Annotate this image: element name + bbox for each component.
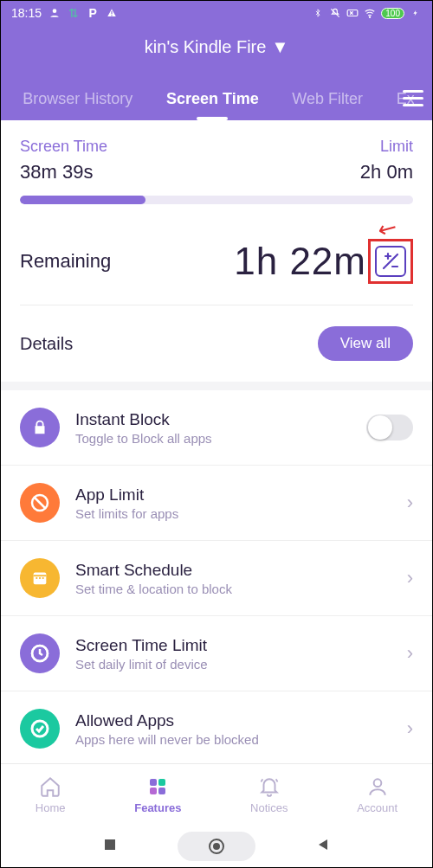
- tab-screen-time[interactable]: Screen Time: [163, 81, 262, 120]
- clock-icon: [20, 633, 60, 673]
- nav-notices[interactable]: Notices: [250, 775, 288, 814]
- usage-progress-fill: [20, 196, 145, 204]
- details-label: Details: [20, 334, 73, 354]
- list-item-smart-schedule[interactable]: Smart Schedule Set time & location to bl…: [1, 541, 432, 616]
- chevron-right-icon: ›: [407, 642, 413, 665]
- charging-icon: [410, 7, 422, 19]
- svg-rect-13: [150, 788, 157, 794]
- used-value: 38m 39s: [20, 161, 107, 183]
- no-entry-icon: [20, 483, 60, 523]
- item-title: Screen Time Limit: [75, 636, 391, 655]
- item-subtitle: Set limits for apps: [75, 506, 391, 521]
- sys-home-button[interactable]: [178, 832, 255, 861]
- device-name: kin's Kindle Fire: [145, 37, 267, 57]
- menu-button[interactable]: [403, 90, 423, 106]
- device-selector[interactable]: kin's Kindle Fire ▼: [1, 37, 432, 57]
- svg-rect-7: [42, 577, 44, 579]
- plus-minus-icon: [375, 246, 406, 277]
- warning-icon: [106, 7, 118, 19]
- list-item-screen-time-limit[interactable]: Screen Time Limit Set daily limit of dev…: [1, 616, 432, 691]
- system-nav: [1, 826, 432, 867]
- item-title: App Limit: [75, 485, 391, 505]
- remaining-label: Remaining: [20, 250, 111, 273]
- tab-web-filter[interactable]: Web Filter: [288, 81, 366, 120]
- item-title: Allowed Apps: [75, 711, 391, 730]
- item-subtitle: Apps here will never be blocked: [75, 732, 391, 747]
- chevron-right-icon: ›: [407, 567, 413, 589]
- remaining-value: 1h 22m: [234, 240, 366, 283]
- status-time: 18:15: [11, 6, 42, 20]
- svg-rect-12: [158, 779, 165, 786]
- bottom-nav: Home Features Notices Account: [1, 763, 432, 826]
- sys-recent-button[interactable]: [103, 838, 117, 855]
- usage-section: Screen Time 38m 39s Limit 2h 0m: [1, 120, 432, 218]
- svg-point-15: [373, 779, 381, 787]
- details-row: Details View all: [1, 305, 432, 382]
- item-subtitle: Set time & location to block: [75, 582, 391, 596]
- item-subtitle: Toggle to Block all apps: [75, 431, 351, 446]
- circle-icon: [209, 839, 224, 854]
- list-item-app-limit[interactable]: App Limit Set limits for apps ›: [1, 466, 432, 541]
- chevron-right-icon: ›: [407, 717, 413, 740]
- wifi-icon: [364, 7, 376, 19]
- nav-label: Notices: [250, 801, 288, 814]
- tab-browser-history[interactable]: Browser History: [19, 81, 136, 120]
- lock-icon: [20, 408, 60, 447]
- features-icon: [147, 775, 168, 798]
- svg-rect-11: [150, 779, 157, 786]
- view-all-button[interactable]: View all: [318, 326, 413, 361]
- nav-label: Features: [134, 801, 181, 814]
- sys-back-button[interactable]: [316, 838, 330, 855]
- nav-label: Account: [357, 801, 397, 814]
- limit-value: 2h 0m: [360, 161, 413, 183]
- p-icon: P: [87, 7, 99, 19]
- item-subtitle: Set daily limit of device: [75, 657, 391, 672]
- svg-point-0: [53, 9, 57, 13]
- nav-label: Home: [36, 801, 66, 814]
- remaining-row: Remaining 1h 22m: [1, 218, 432, 305]
- transfer-icon: ⇅: [68, 7, 80, 19]
- bluetooth-icon: [312, 7, 324, 19]
- list-item-instant-block[interactable]: Instant Block Toggle to Block all apps: [1, 390, 432, 466]
- used-label: Screen Time: [20, 138, 107, 156]
- svg-point-2: [370, 16, 371, 17]
- mute-icon: [329, 7, 341, 19]
- item-title: Smart Schedule: [75, 561, 391, 580]
- edit-limit-button[interactable]: [368, 239, 413, 284]
- sim-icon: [346, 7, 359, 19]
- svg-rect-1: [347, 10, 358, 16]
- app-header: kin's Kindle Fire ▼ Browser History Scre…: [1, 25, 432, 120]
- instant-block-toggle[interactable]: [366, 415, 413, 440]
- nav-home[interactable]: Home: [36, 775, 66, 814]
- svg-rect-16: [105, 839, 115, 850]
- home-icon: [39, 775, 61, 798]
- svg-rect-5: [36, 577, 37, 579]
- calendar-icon: [20, 558, 60, 598]
- nav-features[interactable]: Features: [134, 775, 181, 814]
- list-item-allowed-apps[interactable]: Allowed Apps Apps here will never be blo…: [1, 691, 432, 766]
- person-icon: [48, 7, 61, 19]
- account-icon: [366, 775, 389, 798]
- chevron-right-icon: ›: [407, 492, 413, 514]
- feature-list: Instant Block Toggle to Block all apps A…: [1, 390, 432, 766]
- check-icon: [20, 709, 60, 749]
- battery-indicator: 100: [381, 8, 404, 19]
- nav-account[interactable]: Account: [357, 775, 397, 814]
- chevron-down-icon: ▼: [271, 37, 288, 57]
- item-title: Instant Block: [75, 410, 351, 429]
- svg-rect-6: [39, 577, 41, 579]
- bell-icon: [258, 775, 281, 798]
- status-bar: 18:15 ⇅ P 100: [1, 1, 432, 25]
- usage-progress: [20, 196, 413, 204]
- hamburger-icon: [403, 90, 423, 106]
- svg-rect-14: [158, 788, 165, 794]
- limit-label: Limit: [360, 138, 413, 156]
- tab-bar: Browser History Screen Time Web Filter E…: [1, 81, 432, 120]
